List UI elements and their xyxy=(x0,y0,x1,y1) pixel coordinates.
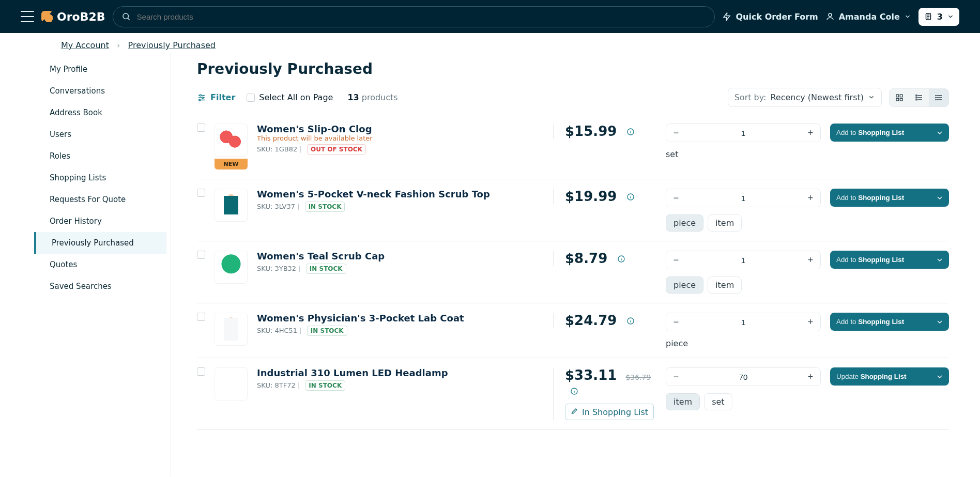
sidebar-item[interactable]: Quotes xyxy=(39,254,166,275)
sidebar-item[interactable]: Users xyxy=(39,124,166,145)
qty-minus[interactable]: − xyxy=(666,251,686,269)
add-caret[interactable] xyxy=(930,124,949,142)
add-caret[interactable] xyxy=(930,367,949,386)
product-row: NEW Women's Slip-On Clog This product wi… xyxy=(197,114,949,179)
qty-minus[interactable]: − xyxy=(666,189,686,207)
product-thumb[interactable] xyxy=(215,124,248,157)
qty-minus[interactable]: − xyxy=(666,313,686,331)
info-icon[interactable] xyxy=(570,383,578,398)
view-list[interactable] xyxy=(909,89,929,106)
sidebar-item[interactable]: Saved Searches xyxy=(39,275,166,297)
product-thumb[interactable] xyxy=(215,189,248,222)
sku-value: 3YB32 xyxy=(274,265,296,272)
quick-order-link[interactable]: Quick Order Form xyxy=(722,12,818,22)
search-field[interactable] xyxy=(113,6,715,27)
user-menu[interactable]: Amanda Cole xyxy=(825,12,911,22)
qty-input[interactable] xyxy=(686,189,801,207)
add-to-list-button[interactable]: Add to Shopping List xyxy=(830,124,930,142)
info-icon[interactable] xyxy=(626,189,635,204)
chevron-right-icon: › xyxy=(117,40,120,50)
sidebar-item[interactable]: Conversations xyxy=(39,80,166,102)
add-caret[interactable] xyxy=(930,251,949,269)
add-prefix: Add to xyxy=(836,194,858,202)
add-to-list-button[interactable]: Add to Shopping List xyxy=(830,251,930,269)
sku-line: SKU: 8TF72 | IN STOCK xyxy=(257,381,544,389)
filter-button[interactable]: Filter xyxy=(197,93,235,102)
uom-chip[interactable]: set xyxy=(704,393,732,410)
uom-chip[interactable]: piece xyxy=(666,214,703,232)
row-checkbox[interactable] xyxy=(197,189,205,197)
row-checkbox[interactable] xyxy=(197,313,205,321)
sidebar-item[interactable]: My Profile xyxy=(39,58,166,80)
qty-minus[interactable]: − xyxy=(666,124,686,142)
search-input[interactable] xyxy=(136,12,707,22)
product-thumb[interactable] xyxy=(215,251,248,284)
sidebar-item[interactable]: Address Book xyxy=(39,102,166,124)
qty-plus[interactable]: + xyxy=(801,368,820,386)
in-shopping-list-badge[interactable]: In Shopping List xyxy=(565,404,654,420)
add-caret[interactable] xyxy=(930,189,949,207)
menu-hamburger[interactable] xyxy=(21,11,34,22)
qty-minus[interactable]: − xyxy=(666,368,686,386)
product-title[interactable]: Women's Teal Scrub Cap xyxy=(257,251,385,261)
sku-line: SKU: 1GB82 | OUT OF STOCK xyxy=(257,145,544,153)
product-thumb[interactable] xyxy=(215,367,248,401)
uom-chip[interactable]: item xyxy=(666,393,700,410)
update-list-button[interactable]: Update Shopping List xyxy=(830,367,930,386)
row-checkbox[interactable] xyxy=(197,367,205,376)
add-caret[interactable] xyxy=(930,313,949,331)
sku-prefix: SKU: xyxy=(257,145,274,153)
stock-badge: OUT OF STOCK xyxy=(307,144,366,155)
sidebar-item[interactable]: Requests For Quote xyxy=(39,189,166,210)
sidebar-item[interactable]: Order History xyxy=(39,210,166,232)
add-to-list-button[interactable]: Add to Shopping List xyxy=(830,313,930,331)
sidebar-item[interactable]: Roles xyxy=(39,145,166,167)
qty-plus[interactable]: + xyxy=(801,313,820,331)
row-checkbox[interactable] xyxy=(197,251,205,259)
view-compact[interactable] xyxy=(929,89,948,106)
qty-stepper: − + xyxy=(666,367,821,386)
qty-plus[interactable]: + xyxy=(801,251,820,269)
svg-point-8 xyxy=(202,97,204,98)
product-title[interactable]: Industrial 310 Lumen LED Headlamp xyxy=(257,367,448,378)
info-icon[interactable] xyxy=(626,313,635,328)
svg-rect-12 xyxy=(896,98,899,101)
price: $24.79 xyxy=(565,313,656,328)
select-all[interactable]: Select All on Page xyxy=(247,93,333,102)
product-thumb[interactable] xyxy=(215,313,248,346)
svg-rect-10 xyxy=(896,95,899,97)
breadcrumb-root[interactable]: My Account xyxy=(61,40,109,50)
uom-chip[interactable]: piece xyxy=(666,276,703,294)
sku-prefix: SKU: xyxy=(257,327,274,334)
qty-input[interactable] xyxy=(686,368,801,386)
sort-dropdown[interactable]: Sort by: Recency (Newest first) xyxy=(728,88,882,107)
uom-chip[interactable]: item xyxy=(708,276,742,294)
qty-plus[interactable]: + xyxy=(801,189,820,207)
add-prefix: Add to xyxy=(836,318,858,326)
info-icon[interactable] xyxy=(617,251,625,266)
product-title[interactable]: Women's 5-Pocket V-neck Fashion Scrub To… xyxy=(257,189,490,199)
qty-input[interactable] xyxy=(686,251,801,269)
row-checkbox[interactable] xyxy=(197,124,205,132)
sidebar-item[interactable]: Previously Purchased xyxy=(34,232,166,254)
product-title[interactable]: Women's Physician's 3-Pocket Lab Coat xyxy=(257,313,464,324)
search-icon xyxy=(121,12,131,21)
brand-logo[interactable]: OroB2B xyxy=(41,10,105,23)
product-title[interactable]: Women's Slip-On Clog xyxy=(257,124,372,134)
cart-button[interactable]: 3 xyxy=(918,8,959,26)
price-value: $33.11 xyxy=(565,367,617,383)
qty-plus[interactable]: + xyxy=(801,124,820,142)
uom-label: piece xyxy=(666,338,688,348)
checkbox[interactable] xyxy=(247,94,255,102)
breadcrumb-current[interactable]: Previously Purchased xyxy=(128,40,216,50)
info-icon[interactable] xyxy=(626,124,635,139)
availability-note: This product will be available later xyxy=(257,134,544,142)
add-to-list-button[interactable]: Add to Shopping List xyxy=(830,189,930,207)
qty-input[interactable] xyxy=(686,313,801,331)
products-label: products xyxy=(362,93,398,102)
view-grid[interactable] xyxy=(890,89,909,106)
view-switch xyxy=(889,88,949,107)
qty-input[interactable] xyxy=(686,124,801,142)
sidebar-item[interactable]: Shopping Lists xyxy=(39,167,166,189)
uom-chip[interactable]: item xyxy=(708,214,742,232)
